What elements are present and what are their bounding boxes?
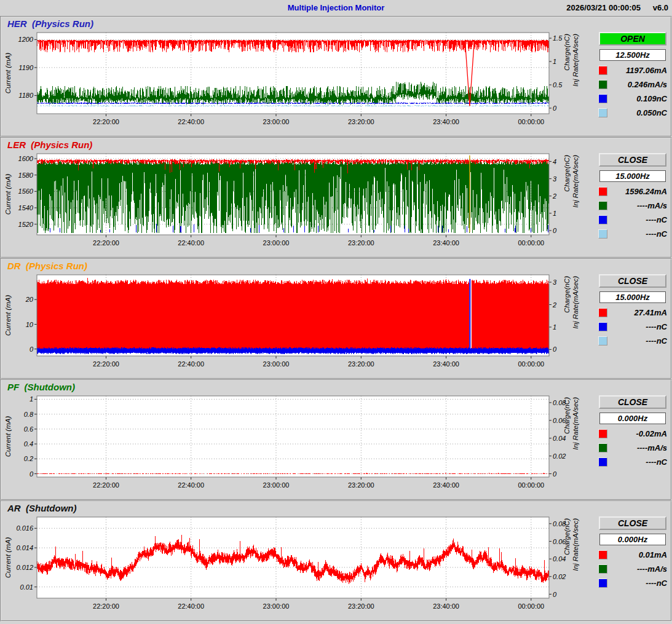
legend-value-charge-2: ----nC — [607, 229, 667, 239]
panel-title-ler: LER (Physics Run) — [7, 140, 92, 150]
legend-value-charge: ----nC — [607, 215, 667, 224]
svg-text:23:40:00: 23:40:00 — [433, 239, 459, 247]
svg-text:23:00:00: 23:00:00 — [263, 118, 290, 125]
svg-text:0.01: 0.01 — [20, 583, 33, 591]
panel-her: HER (Physics Run) 22:20:0022:40:0023:00:… — [0, 16, 672, 137]
svg-text:0.6: 0.6 — [24, 425, 34, 433]
legend-value-inj-rate: ----mA/s — [607, 564, 667, 574]
svg-text:0.016: 0.016 — [16, 524, 33, 532]
legend-swatch-charge — [598, 94, 607, 103]
legend-swatch-charge — [598, 322, 607, 331]
legend-swatch-inj-rate — [598, 564, 607, 574]
svg-text:1: 1 — [30, 395, 33, 403]
svg-text:0.012: 0.012 — [16, 564, 33, 571]
shutter-button-her[interactable]: OPEN — [599, 32, 666, 45]
panel-dr: DR (Physics Run) 22:20:0022:40:0023:00:0… — [0, 258, 672, 379]
svg-text:Charge(nC): Charge(nC) — [563, 276, 571, 313]
legend-row: 0.050nC — [598, 108, 667, 117]
legend-swatch-charge-2 — [598, 336, 607, 346]
legend-row: ----nC — [598, 579, 667, 588]
injection-rate-her: 12.500Hz — [599, 49, 666, 61]
legend-row: -0.02mA — [598, 429, 667, 438]
panel-title-her: HER (Physics Run) — [7, 18, 93, 29]
legend-row: 27.41mA — [598, 308, 667, 317]
svg-text:Current (mA): Current (mA) — [4, 416, 12, 457]
svg-text:23:40:00: 23:40:00 — [433, 360, 459, 368]
legend-row: ----mA/s — [598, 201, 667, 210]
svg-text:00:00:00: 00:00:00 — [518, 481, 544, 489]
legend-swatch-current — [598, 550, 607, 559]
svg-text:23:20:00: 23:20:00 — [348, 360, 374, 368]
legend-value-current: 1197.06mA — [607, 66, 667, 75]
legend-value-charge-2: ----nC — [607, 336, 667, 346]
svg-text:1540: 1540 — [18, 204, 34, 211]
svg-text:0: 0 — [553, 346, 557, 353]
title-bar: Multiple Injection Monitor 2026/03/21 00… — [0, 0, 672, 16]
svg-text:0.5: 0.5 — [553, 81, 563, 89]
legend-row: 0.109nC — [598, 94, 667, 103]
chart-pf: 22:20:0022:40:0023:00:0023:20:0023:40:00… — [2, 393, 595, 496]
svg-text:22:20:00: 22:20:00 — [93, 118, 119, 125]
panel-pf: PF (Shutdown) 22:20:0022:40:0023:00:0023… — [0, 379, 672, 500]
svg-text:0: 0 — [553, 105, 557, 112]
svg-text:0.8: 0.8 — [24, 411, 34, 418]
svg-text:0.04: 0.04 — [553, 555, 566, 563]
legend-row: ----nC — [598, 322, 667, 331]
legend-value-current: -0.02mA — [607, 429, 667, 438]
chart-her: 22:20:0022:40:0023:00:0023:20:0023:40:00… — [2, 30, 595, 133]
status-dr: CLOSE 15.000Hz 27.41mA ----nC ----nC — [595, 272, 671, 375]
svg-text:0.4: 0.4 — [24, 440, 33, 448]
legend-swatch-inj-rate — [598, 80, 607, 89]
legend-row: ----nC — [598, 336, 667, 346]
svg-text:0.02: 0.02 — [553, 573, 566, 580]
status-ler: CLOSE 15.000Hz 1596.24mA ----mA/s ----nC… — [595, 151, 671, 254]
legend-value-inj-rate: 0.246mA/s — [607, 80, 667, 89]
svg-text:0: 0 — [30, 470, 34, 478]
legend-swatch-inj-rate — [598, 201, 607, 210]
shutter-button-dr[interactable]: CLOSE — [599, 274, 666, 288]
svg-text:23:00:00: 23:00:00 — [263, 360, 290, 368]
legend-row: 1197.06mA — [598, 66, 667, 75]
svg-text:1600: 1600 — [18, 155, 34, 162]
injection-rate-ar: 0.000Hz — [599, 534, 666, 545]
status-pf: CLOSE 0.000Hz -0.02mA ----mA/s ----nC — [595, 393, 671, 496]
svg-text:Inj Rate(mA/sec): Inj Rate(mA/sec) — [572, 34, 579, 87]
svg-text:0: 0 — [553, 227, 557, 234]
svg-text:00:00:00: 00:00:00 — [518, 360, 544, 368]
legend-swatch-inj-rate — [598, 443, 607, 452]
status-ar: CLOSE 0.000Hz 0.01mA ----mA/s ----nC — [595, 514, 671, 617]
legend-value-inj-rate: ----mA/s — [607, 201, 667, 210]
injection-monitor-window: Multiple Injection Monitor 2026/03/21 00… — [0, 0, 672, 622]
injection-rate-dr: 15.000Hz — [599, 291, 666, 303]
panel-title-dr: DR (Physics Run) — [7, 261, 87, 271]
svg-text:Inj Rate(mA/sec): Inj Rate(mA/sec) — [572, 397, 579, 450]
svg-text:1: 1 — [553, 58, 556, 65]
svg-text:Charge(nC): Charge(nC) — [563, 397, 571, 434]
svg-text:22:40:00: 22:40:00 — [178, 239, 204, 247]
legend-row: ----nC — [598, 215, 667, 224]
svg-text:Current (mA): Current (mA) — [4, 174, 12, 215]
shutter-button-ar[interactable]: CLOSE — [599, 516, 666, 530]
chart-dr: 22:20:0022:40:0023:00:0023:20:0023:40:00… — [2, 272, 595, 375]
svg-text:23:40:00: 23:40:00 — [433, 118, 459, 125]
svg-text:22:20:00: 22:20:00 — [93, 239, 119, 247]
shutter-button-pf[interactable]: CLOSE — [599, 395, 666, 409]
header-info: 2026/03/21 00:00:05 v6.0 — [566, 3, 668, 12]
shutter-button-ler[interactable]: CLOSE — [599, 153, 666, 167]
svg-text:00:00:00: 00:00:00 — [518, 239, 544, 247]
svg-text:1: 1 — [553, 210, 556, 217]
svg-text:23:20:00: 23:20:00 — [348, 118, 374, 125]
svg-text:22:40:00: 22:40:00 — [178, 602, 204, 610]
svg-text:23:40:00: 23:40:00 — [433, 602, 459, 610]
svg-text:0: 0 — [553, 470, 557, 478]
legend-value-current: 0.01mA — [607, 550, 667, 559]
legend-swatch-charge — [598, 457, 607, 467]
svg-text:Current (mA): Current (mA) — [4, 537, 12, 579]
svg-text:23:20:00: 23:20:00 — [348, 239, 374, 247]
svg-text:1200: 1200 — [18, 36, 34, 43]
svg-text:0.2: 0.2 — [24, 455, 33, 462]
svg-text:Inj Rate(mA/sec): Inj Rate(mA/sec) — [572, 276, 579, 329]
svg-text:22:40:00: 22:40:00 — [178, 360, 204, 368]
legend-row: 0.246mA/s — [598, 80, 667, 89]
legend-row: ----nC — [598, 457, 667, 467]
